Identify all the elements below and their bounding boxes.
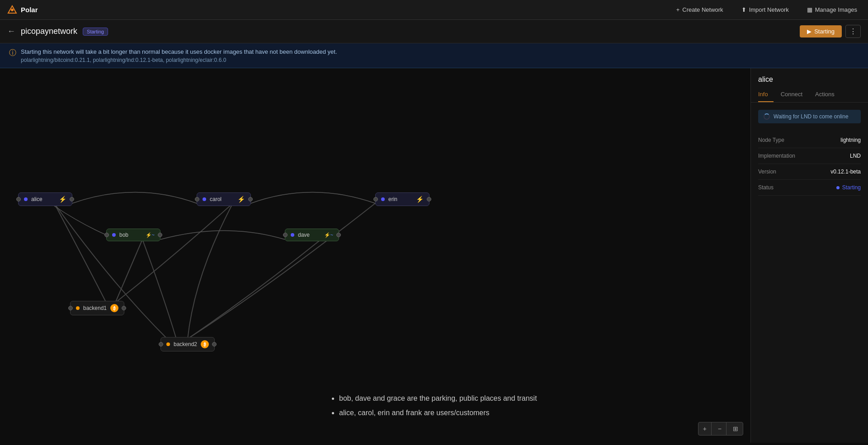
status-value: Starting (836, 184, 861, 191)
zoom-in-button[interactable]: + (698, 422, 712, 435)
info-row-version: Version v0.12.1-beta (758, 164, 861, 180)
alert-content: Starting this network will take a bit lo… (21, 48, 337, 63)
node-type-label: Node Type (758, 137, 784, 143)
panel-content: Waiting for LND to come online Node Type… (751, 103, 868, 443)
panel-title: alice (751, 68, 868, 87)
tab-actions[interactable]: Actions (815, 87, 840, 102)
node-backend1[interactable]: backend1 ₿ (70, 301, 124, 315)
info-row-node-type: Node Type lightning (758, 132, 861, 148)
create-network-button[interactable]: + Create Network (673, 5, 727, 15)
info-row-status: Status Starting (758, 180, 861, 196)
start-icon: ▶ (807, 28, 811, 35)
dave-cl-icon: ⚡~ (324, 232, 333, 238)
back-button[interactable]: ← (7, 27, 15, 36)
tab-info[interactable]: Info (758, 87, 774, 102)
dave-label: dave (298, 232, 321, 238)
polar-logo-icon (7, 5, 17, 15)
version-label: Version (758, 169, 776, 175)
bob-right-port (158, 233, 162, 237)
dave-status-dot (291, 233, 294, 237)
right-panel: alice Info Connect Actions Waiting for L… (750, 68, 868, 443)
node-backend2[interactable]: backend2 ₿ (160, 337, 215, 351)
alert-bar: ⓘ Starting this network will take a bit … (0, 43, 868, 68)
alice-lnd-icon: ⚡ (59, 196, 66, 203)
alice-label: alice (31, 196, 55, 202)
start-button[interactable]: ▶ Starting (800, 25, 842, 37)
alert-images: polarlightning/bitcoind:0.21.1, polarlig… (21, 57, 337, 63)
connections-svg (0, 68, 750, 443)
bob-cl-icon: ⚡~ (146, 232, 155, 238)
loading-spinner (764, 113, 770, 120)
node-erin[interactable]: erin ⚡ (375, 192, 429, 206)
network-header-left: ← picopaynetwork Starting (7, 27, 108, 36)
network-header: ← picopaynetwork Starting ▶ Starting ⋮ (0, 20, 868, 43)
svg-point-1 (11, 9, 14, 11)
node-carol[interactable]: carol ⚡ (197, 192, 251, 206)
carol-right-port (248, 197, 253, 201)
alice-left-port (16, 197, 21, 201)
status-dot (836, 186, 840, 189)
waiting-message: Waiting for LND to come online (774, 113, 849, 120)
node-type-value: lightning (840, 137, 861, 143)
network-canvas[interactable]: alice ⚡ carol ⚡ erin ⚡ bob ⚡~ (0, 68, 750, 443)
network-status-badge: Starting (83, 28, 108, 36)
plus-icon: + (676, 6, 680, 13)
images-icon: ▦ (807, 6, 812, 13)
network-name: picopaynetwork (21, 27, 77, 36)
zoom-fit-button[interactable]: ⊞ (728, 422, 743, 435)
backend1-status-dot (76, 306, 80, 310)
node-dave[interactable]: dave ⚡~ (285, 229, 339, 241)
carol-left-port (195, 197, 199, 201)
canvas-text-line1: bob, dave and grace are the parking, pub… (339, 391, 537, 406)
panel-tabs: Info Connect Actions (751, 87, 868, 103)
node-bob[interactable]: bob ⚡~ (106, 229, 160, 241)
erin-label: erin (388, 196, 412, 202)
backend2-label: backend2 (174, 341, 197, 347)
backend2-right-port (212, 342, 217, 347)
topbar: Polar + Create Network ⬆ Import Network … (0, 0, 868, 20)
topbar-actions: + Create Network ⬆ Import Network ▦ Mana… (673, 5, 861, 15)
backend2-status-dot (166, 342, 170, 346)
main-area: alice ⚡ carol ⚡ erin ⚡ bob ⚡~ (0, 68, 868, 443)
dave-right-port (336, 233, 341, 237)
info-row-implementation: Implementation LND (758, 148, 861, 164)
bob-left-port (104, 233, 109, 237)
more-button[interactable]: ⋮ (845, 25, 861, 38)
zoom-controls: + − ⊞ (698, 422, 743, 436)
carol-status-dot (203, 197, 206, 201)
manage-images-button[interactable]: ▦ Manage Images (803, 5, 861, 15)
alice-right-port (70, 197, 74, 201)
dave-left-port (283, 233, 288, 237)
backend1-left-port (68, 306, 73, 310)
alert-icon: ⓘ (9, 48, 16, 58)
backend1-right-port (122, 306, 126, 310)
bob-status-dot (112, 233, 116, 237)
backend2-btc-icon: ₿ (201, 340, 209, 348)
waiting-box: Waiting for LND to come online (758, 110, 861, 123)
network-header-right: ▶ Starting ⋮ (800, 25, 861, 38)
carol-lnd-icon: ⚡ (237, 196, 245, 203)
alert-message: Starting this network will take a bit lo… (21, 48, 337, 56)
canvas-text-line2: alice, carol, erin and frank are users/c… (339, 406, 537, 420)
carol-label: carol (210, 196, 234, 202)
alice-status-dot (24, 197, 28, 201)
node-alice[interactable]: alice ⚡ (18, 192, 72, 206)
bob-label: bob (119, 232, 142, 238)
logo-text: Polar (21, 6, 38, 14)
canvas-description: bob, dave and grace are the parking, pub… (330, 391, 537, 420)
erin-status-dot (381, 197, 385, 201)
info-rows: Node Type lightning Implementation LND V… (758, 132, 861, 196)
import-network-button[interactable]: ⬆ Import Network (738, 5, 793, 15)
erin-lnd-icon: ⚡ (416, 196, 424, 203)
erin-left-port (373, 197, 378, 201)
status-text: Starting (842, 184, 861, 191)
version-value: v0.12.1-beta (830, 169, 861, 175)
backend2-left-port (159, 342, 163, 347)
import-icon: ⬆ (741, 6, 746, 13)
backend1-btc-icon: ₿ (110, 304, 118, 312)
implementation-value: LND (850, 153, 861, 159)
zoom-out-button[interactable]: − (713, 422, 726, 435)
tab-connect[interactable]: Connect (781, 87, 808, 102)
status-label: Status (758, 184, 774, 191)
erin-right-port (427, 197, 431, 201)
